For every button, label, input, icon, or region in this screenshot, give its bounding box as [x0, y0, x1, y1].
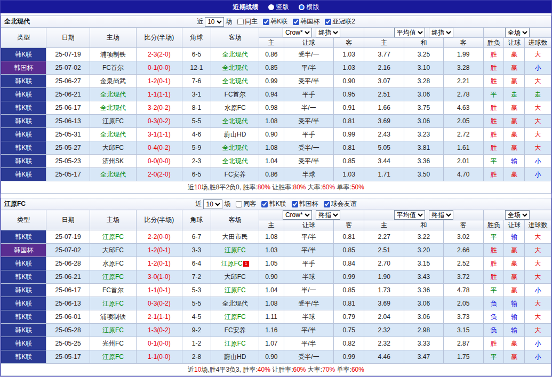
hcap-result-cell: 赢 — [504, 168, 525, 181]
odds-company-select[interactable]: Crow* — [283, 28, 312, 37]
avg-draw-odds-cell: 3.15 — [404, 257, 443, 270]
hcap-away-odds-cell: 0.90 — [334, 75, 364, 88]
home-team-cell: 全北现代 — [90, 168, 136, 181]
fulltime-select[interactable]: 全场 — [505, 210, 530, 220]
recent-games-select[interactable]: 10 — [205, 17, 224, 27]
hcap-home-odds-cell: 0.99 — [259, 75, 284, 88]
home-team-cell: 江原FC — [90, 350, 136, 364]
avg-home-odds-cell: 3.07 — [364, 75, 404, 88]
same-home-checkbox[interactable]: 同主 — [234, 17, 258, 26]
col-odds-away: 客 — [443, 220, 483, 230]
league-cell: 韩国杯 — [1, 244, 46, 257]
corners-cell: 9-2 — [182, 324, 211, 337]
layout-radio-vertical[interactable]: 竖版 — [268, 3, 289, 12]
hcap-result-cell: 赢 — [504, 284, 525, 297]
checkbox-input[interactable] — [324, 201, 330, 207]
final-odds-select[interactable]: 终指 — [429, 210, 453, 220]
odds-company-select[interactable]: Crow* — [283, 210, 312, 220]
hcap-away-odds-cell: 0.99 — [334, 270, 364, 284]
match-row: 韩K联25-06-27金泉尚武1-2(0-1)7-6全北现代0.99受平/半0.… — [1, 75, 551, 88]
hcap-line-cell: 受半/一 — [284, 350, 334, 364]
date-cell: 25-06-17 — [46, 284, 90, 297]
same-away-checkbox[interactable]: 同客 — [232, 199, 256, 209]
average-select[interactable]: 平均值 — [394, 210, 425, 220]
league-filter-checkbox[interactable]: 韩K联 — [258, 199, 286, 209]
avg-home-odds-cell: 2.32 — [364, 324, 404, 337]
col-odds-home: 主 — [364, 38, 404, 48]
checkbox-label: 韩国杯 — [300, 17, 319, 26]
final-odds-select[interactable]: 终指 — [316, 28, 340, 37]
recent-games-select[interactable]: 10 — [203, 199, 222, 209]
filter-controls: 近 10 场 同主 韩K联 韩国杯 亚冠联2 — [197, 17, 355, 27]
avg-draw-odds-cell: 3.06 — [404, 310, 443, 324]
final-odds-select[interactable]: 终指 — [316, 210, 340, 220]
league-filter-checkbox[interactable]: 韩K联 — [259, 17, 287, 26]
hcap-result-cell: 赢 — [504, 257, 525, 270]
col-goals: 进球数 — [525, 38, 551, 48]
corners-cell: 3-3 — [182, 244, 211, 257]
home-team-cell: 江原FC — [90, 230, 136, 244]
league-cell: 韩K联 — [1, 297, 46, 310]
score-cell: 1-1(1-1) — [137, 88, 182, 101]
avg-home-odds-cell: 3.44 — [364, 155, 404, 168]
avg-home-odds-cell: 5.05 — [364, 141, 404, 155]
recent-label: 近 — [197, 17, 203, 26]
avg-away-odds-cell: 3.28 — [443, 61, 483, 75]
away-team-cell: FC首尔 — [211, 88, 259, 101]
checkbox-input[interactable] — [263, 19, 269, 25]
home-team-cell: 全北现代 — [90, 101, 136, 115]
average-select[interactable]: 平均值 — [394, 28, 425, 37]
wdl-result-cell: 平 — [483, 88, 504, 101]
avg-draw-odds-cell: 3.22 — [404, 230, 443, 244]
cup-filter-checkbox[interactable]: 韩国杯 — [289, 17, 319, 26]
corners-cell: 12-1 — [182, 61, 211, 75]
hcap-away-odds-cell: 0.85 — [334, 155, 364, 168]
league-cell: 韩K联 — [1, 337, 46, 350]
checkbox-input[interactable] — [293, 19, 299, 25]
hcap-away-odds-cell: 0.85 — [334, 244, 364, 257]
col-hcap-line: 让球 — [284, 38, 334, 48]
layout-radio-horizontal[interactable]: 横版 — [299, 3, 319, 12]
date-cell: 25-06-21 — [46, 270, 90, 284]
acl-filter-checkbox[interactable]: 亚冠联2 — [321, 17, 355, 26]
filter-controls: 近 10 场 同客 韩K联 韩国杯 球会友谊 — [195, 199, 356, 209]
summary-text: 单率: — [335, 183, 351, 191]
col-hcap-home: 主 — [259, 220, 284, 230]
avg-away-odds-cell: 2.78 — [443, 88, 483, 101]
home-team-cell: 光州FC — [90, 337, 136, 350]
match-row: 韩K联25-05-17全北现代2-0(2-0)6-5FC安养0.86半球1.03… — [1, 168, 551, 181]
score-cell: 0-1(0-0) — [137, 337, 182, 350]
league-cell: 韩K联 — [1, 270, 46, 284]
hcap-away-odds-cell: 1.03 — [334, 61, 364, 75]
match-row: 韩K联25-05-31全北现代3-1(1-1)4-6蔚山HD0.90平手0.99… — [1, 128, 551, 141]
hcap-result-cell: 输 — [504, 324, 525, 337]
checkbox-input[interactable] — [292, 201, 298, 207]
final-odds-select[interactable]: 终指 — [429, 28, 453, 37]
summary-text: 让胜率: — [270, 366, 293, 373]
goals-result-cell: 大 — [525, 115, 551, 128]
match-row: 韩K联25-06-28水原FC1-2(0-1)6-4江原FC11.05平手0.8… — [1, 257, 551, 270]
hcap-result-cell: 赢 — [504, 61, 525, 75]
fulltime-select[interactable]: 全场 — [505, 28, 530, 37]
cup-filter-checkbox[interactable]: 韩国杯 — [288, 199, 318, 209]
hcap-home-odds-cell: 0.98 — [259, 101, 284, 115]
hcap-line-cell: 平/半 — [284, 337, 334, 350]
home-team-cell: 大邱FC — [90, 244, 136, 257]
score-cell: 1-1(0-0) — [137, 350, 182, 364]
league-cell: 韩K联 — [1, 310, 46, 324]
home-team-cell: 全北现代 — [90, 88, 136, 101]
match-row: 韩K联25-05-23济州SK0-0(0-0)2-3全北现代1.04受平/半0.… — [1, 155, 551, 168]
summary-value: 70% — [322, 366, 335, 373]
filter-bar: 全北现代 近 10 场 同主 韩K联 韩国杯 — [1, 15, 551, 27]
checkbox-input[interactable] — [325, 19, 331, 25]
checkbox-input[interactable] — [261, 201, 268, 207]
score-cell: 2-3(2-0) — [137, 48, 182, 61]
corners-cell: 8-1 — [182, 101, 211, 115]
avg-draw-odds-cell: 3.25 — [404, 48, 443, 61]
wdl-result-cell: 负 — [483, 310, 504, 324]
friendly-filter-checkbox[interactable]: 球会友谊 — [320, 199, 357, 209]
avg-draw-odds-cell: 3.06 — [404, 88, 443, 101]
avg-home-odds-cell: 2.16 — [364, 61, 404, 75]
checkbox-input[interactable] — [236, 201, 242, 207]
checkbox-input[interactable] — [237, 19, 244, 25]
